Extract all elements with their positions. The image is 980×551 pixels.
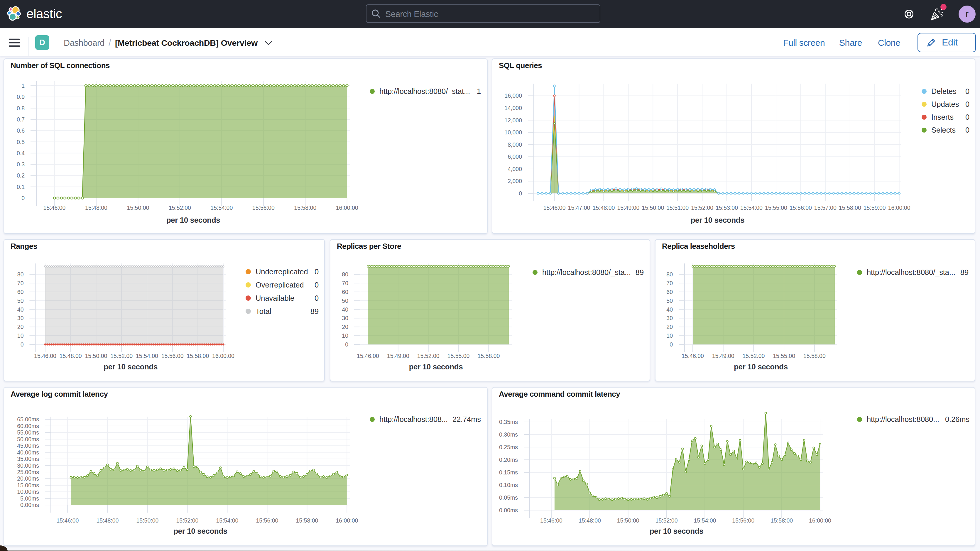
svg-text:50.00ms: 50.00ms	[17, 436, 39, 443]
svg-text:70: 70	[342, 280, 348, 287]
svg-text:per 10 seconds: per 10 seconds	[409, 362, 463, 371]
svg-text:15:52:00: 15:52:00	[742, 353, 765, 359]
svg-text:15:55:00: 15:55:00	[447, 353, 470, 359]
svg-text:15:52:00: 15:52:00	[691, 204, 713, 211]
svg-text:60: 60	[667, 289, 673, 295]
svg-text:15:55:00: 15:55:00	[773, 353, 795, 359]
svg-text:15:47:00: 15:47:00	[568, 204, 590, 211]
svg-text:15:46:00: 15:46:00	[34, 353, 56, 359]
svg-text:15:54:00: 15:54:00	[694, 517, 716, 524]
svg-text:15:58:00: 15:58:00	[294, 204, 316, 211]
svg-text:0: 0	[670, 341, 673, 348]
svg-text:15:55:00: 15:55:00	[765, 204, 787, 211]
svg-text:60: 60	[18, 289, 24, 295]
svg-text:15:52:00: 15:52:00	[110, 353, 133, 359]
svg-text:15:48:00: 15:48:00	[85, 204, 107, 211]
svg-text:15:54:00: 15:54:00	[740, 204, 762, 211]
svg-text:10,000: 10,000	[504, 129, 522, 135]
svg-text:10: 10	[667, 333, 673, 339]
svg-text:15:58:00: 15:58:00	[296, 517, 318, 524]
svg-text:0.2: 0.2	[17, 172, 25, 179]
svg-text:30: 30	[667, 315, 673, 321]
svg-text:15:52:00: 15:52:00	[417, 353, 439, 359]
svg-text:0.00ms: 0.00ms	[499, 507, 518, 513]
svg-text:10: 10	[18, 333, 24, 339]
svg-text:per 10 seconds: per 10 seconds	[173, 527, 228, 535]
svg-text:80: 80	[667, 271, 673, 277]
svg-text:15:50:00: 15:50:00	[127, 204, 149, 211]
svg-text:0.35ms: 0.35ms	[499, 419, 518, 425]
svg-text:15:56:00: 15:56:00	[252, 204, 275, 211]
svg-text:70: 70	[18, 280, 24, 287]
svg-text:15:59:00: 15:59:00	[864, 204, 886, 211]
svg-text:16:00:00: 16:00:00	[336, 204, 358, 211]
svg-text:0.1: 0.1	[17, 184, 25, 190]
svg-text:10: 10	[342, 333, 348, 339]
svg-text:16:00:00: 16:00:00	[336, 517, 358, 524]
svg-text:8,000: 8,000	[508, 142, 522, 148]
svg-text:0.8: 0.8	[17, 105, 25, 111]
svg-text:15:54:00: 15:54:00	[216, 517, 238, 524]
svg-text:15:46:00: 15:46:00	[540, 517, 563, 524]
svg-text:0.25ms: 0.25ms	[499, 444, 518, 451]
svg-text:15:52:00: 15:52:00	[169, 204, 191, 211]
svg-text:40.00ms: 40.00ms	[17, 449, 39, 455]
svg-text:0.10ms: 0.10ms	[499, 482, 518, 488]
svg-text:15:58:00: 15:58:00	[770, 517, 793, 524]
svg-text:4,000: 4,000	[508, 166, 522, 172]
svg-text:0.6: 0.6	[17, 127, 25, 134]
svg-text:15:56:00: 15:56:00	[256, 517, 278, 524]
svg-text:0.5: 0.5	[17, 139, 25, 145]
svg-text:2,000: 2,000	[508, 178, 522, 184]
svg-text:6,000: 6,000	[508, 153, 522, 160]
svg-text:30: 30	[18, 315, 24, 321]
svg-text:15:48:00: 15:48:00	[96, 517, 119, 524]
svg-text:20.00ms: 20.00ms	[17, 475, 39, 482]
svg-text:50: 50	[667, 298, 673, 304]
svg-text:0.30ms: 0.30ms	[499, 431, 518, 438]
svg-text:15:58:00: 15:58:00	[187, 353, 209, 359]
svg-text:25.00ms: 25.00ms	[17, 469, 39, 475]
svg-text:0.4: 0.4	[17, 150, 25, 156]
svg-text:15:56:00: 15:56:00	[789, 204, 812, 211]
svg-text:15:48:00: 15:48:00	[579, 517, 601, 524]
svg-text:per 10 seconds: per 10 seconds	[103, 362, 158, 371]
svg-text:15:49:00: 15:49:00	[712, 353, 734, 359]
svg-text:15:46:00: 15:46:00	[43, 204, 66, 211]
svg-text:15:49:00: 15:49:00	[387, 353, 409, 359]
svg-text:55.00ms: 55.00ms	[17, 429, 39, 436]
svg-text:15:46:00: 15:46:00	[543, 204, 566, 211]
svg-text:12,000: 12,000	[504, 117, 522, 124]
svg-text:15:56:00: 15:56:00	[732, 517, 754, 524]
svg-text:20: 20	[342, 323, 348, 330]
svg-text:per 10 seconds: per 10 seconds	[650, 527, 703, 535]
svg-text:30.00ms: 30.00ms	[17, 462, 39, 469]
svg-text:0: 0	[21, 195, 25, 201]
svg-text:20: 20	[667, 323, 673, 330]
svg-text:80: 80	[342, 271, 348, 277]
svg-text:16,000: 16,000	[504, 92, 522, 99]
svg-text:15:58:00: 15:58:00	[839, 204, 861, 211]
svg-text:0: 0	[345, 341, 348, 348]
svg-text:0.00ms: 0.00ms	[20, 502, 39, 508]
svg-text:15:54:00: 15:54:00	[136, 353, 158, 359]
svg-text:per 10 seconds: per 10 seconds	[734, 362, 788, 371]
svg-text:40: 40	[342, 306, 348, 313]
svg-text:0.9: 0.9	[17, 94, 25, 100]
svg-text:15:50:00: 15:50:00	[642, 204, 664, 211]
svg-text:15:58:00: 15:58:00	[477, 353, 500, 359]
svg-text:0.05ms: 0.05ms	[499, 494, 518, 501]
svg-text:15.00ms: 15.00ms	[17, 482, 39, 489]
svg-text:15:50:00: 15:50:00	[617, 517, 640, 524]
svg-text:70: 70	[667, 280, 673, 287]
svg-text:80: 80	[18, 271, 24, 277]
svg-text:per 10 seconds: per 10 seconds	[166, 216, 220, 225]
svg-text:15:56:00: 15:56:00	[161, 353, 184, 359]
svg-text:15:50:00: 15:50:00	[136, 517, 158, 524]
svg-text:14,000: 14,000	[504, 105, 522, 111]
svg-text:16:00:00: 16:00:00	[212, 353, 234, 359]
svg-text:10.00ms: 10.00ms	[17, 489, 39, 495]
svg-text:15:46:00: 15:46:00	[682, 353, 704, 359]
svg-text:elastic: elastic	[26, 6, 62, 21]
svg-text:0: 0	[519, 190, 522, 197]
